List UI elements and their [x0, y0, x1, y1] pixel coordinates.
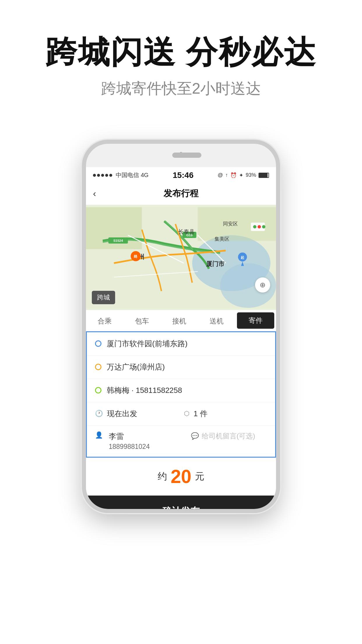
location-button[interactable]: ⊕ [255, 277, 270, 293]
svg-text:终: 终 [133, 254, 138, 259]
content-border: 厦门市软件园(前埔东路) 万达广场(漳州店) 韩梅梅 · 15811582258 [86, 331, 276, 458]
origin-text: 厦门市软件园(前埔东路) [107, 339, 187, 349]
tab-bar: 合乘 包车 接机 送机 寄件 [86, 310, 276, 331]
price-amount: 20 [171, 466, 191, 487]
alarm-icon: ⏰ [230, 172, 237, 178]
tab-dropoff[interactable]: 送机 [198, 310, 235, 331]
status-right: @ ↑ ⏰ ✦ 93% [218, 172, 269, 178]
route-recipient[interactable]: 韩梅梅 · 15811582258 [87, 379, 275, 402]
info-row: 🕐 现在出发 ⬡ 1 件 [87, 402, 275, 426]
hero-section: 跨城闪送 分秒必达 跨城寄件快至2小时送达 [0, 0, 362, 116]
person-info: 李雷 18899881024 [109, 431, 185, 451]
svg-point-17 [262, 225, 266, 229]
signal-dots [93, 174, 112, 177]
phone-speaker [172, 153, 201, 158]
recipient-icon [95, 387, 101, 393]
arrow-icon: ↑ [225, 172, 228, 178]
map-area[interactable]: S1524 G15 漳州 厦门市 长泰县 集美区 同安区 [86, 205, 276, 310]
carrier-label: 中国电信 [116, 171, 139, 179]
status-time: 15:46 [173, 171, 194, 180]
battery-percent: 93% [246, 172, 256, 178]
content-area: 厦门市软件园(前埔东路) 万达广场(漳州店) 韩梅梅 · 15811582258 [87, 332, 275, 457]
person-icon: 👤 [95, 431, 103, 439]
person-row: 👤 李雷 18899881024 💬 给司机留言(可选) [87, 426, 275, 457]
svg-text:同安区: 同安区 [223, 221, 238, 227]
confirm-button[interactable]: 确认发布 [86, 496, 276, 509]
clock-icon: 🕐 [95, 410, 103, 417]
battery-bar [259, 173, 269, 178]
phone-device: 中国电信 4G 15:46 @ ↑ ⏰ ✦ 93% ‹ 发布行程 [82, 140, 280, 513]
depart-cell[interactable]: 🕐 现在出发 [95, 409, 178, 419]
at-icon: @ [218, 172, 223, 178]
depart-label: 现在出发 [107, 409, 137, 419]
route-destination[interactable]: 万达广场(漳州店) [87, 356, 275, 379]
svg-text:厦门市: 厦门市 [206, 260, 225, 267]
bluetooth-icon: ✦ [239, 172, 243, 178]
network-label: 4G [141, 172, 149, 178]
package-icon: ⬡ [184, 410, 189, 417]
price-prefix: 约 [158, 470, 167, 483]
route-origin[interactable]: 厦门市软件园(前埔东路) [87, 332, 275, 356]
tab-charter[interactable]: 包车 [123, 310, 161, 331]
svg-text:集美区: 集美区 [215, 236, 229, 242]
price-row: 约 20 元 [86, 458, 276, 496]
svg-text:长泰县: 长泰县 [178, 229, 195, 235]
svg-text:S1524: S1524 [113, 239, 123, 242]
person-name: 李雷 [109, 431, 185, 442]
location-icon: ⊕ [260, 281, 266, 289]
status-left: 中国电信 4G [93, 171, 149, 179]
tab-pickup[interactable]: 接机 [161, 310, 198, 331]
hero-subtitle: 跨城寄件快至2小时送达 [0, 78, 362, 99]
phone-screen: 中国电信 4G 15:46 @ ↑ ⏰ ✦ 93% ‹ 发布行程 [86, 167, 276, 509]
tab-carpooling[interactable]: 合乘 [86, 310, 123, 331]
dot4 [105, 174, 108, 177]
cross-city-badge: 跨城 [92, 291, 115, 304]
hero-title: 跨城闪送 分秒必达 [0, 35, 362, 70]
dot5 [109, 174, 112, 177]
package-cell[interactable]: ⬡ 1 件 [184, 409, 267, 419]
message-icon: 💬 [191, 432, 199, 440]
destination-text: 万达广场(漳州店) [107, 362, 165, 372]
svg-point-15 [253, 225, 256, 229]
price-unit: 元 [195, 470, 204, 483]
svg-text:起: 起 [241, 256, 244, 259]
message-placeholder: 给司机留言(可选) [202, 431, 255, 441]
svg-point-16 [258, 225, 261, 229]
battery-fill [259, 173, 268, 177]
recipient-text: 韩梅梅 · 15811582258 [107, 385, 182, 396]
tab-delivery[interactable]: 寄件 [237, 312, 274, 329]
package-label: 1 件 [194, 409, 208, 419]
destination-icon [95, 364, 101, 370]
back-button[interactable]: ‹ [93, 188, 96, 199]
person-message[interactable]: 💬 给司机留言(可选) [191, 431, 267, 441]
dot3 [101, 174, 104, 177]
dot1 [93, 174, 96, 177]
dot2 [97, 174, 100, 177]
person-phone: 18899881024 [109, 443, 185, 451]
nav-bar: ‹ 发布行程 [86, 182, 276, 205]
origin-icon [95, 340, 101, 347]
phone-wrapper: 中国电信 4G 15:46 @ ↑ ⏰ ✦ 93% ‹ 发布行程 [0, 140, 362, 513]
status-bar: 中国电信 4G 15:46 @ ↑ ⏰ ✦ 93% [86, 167, 276, 182]
nav-title: 发布行程 [164, 188, 198, 200]
